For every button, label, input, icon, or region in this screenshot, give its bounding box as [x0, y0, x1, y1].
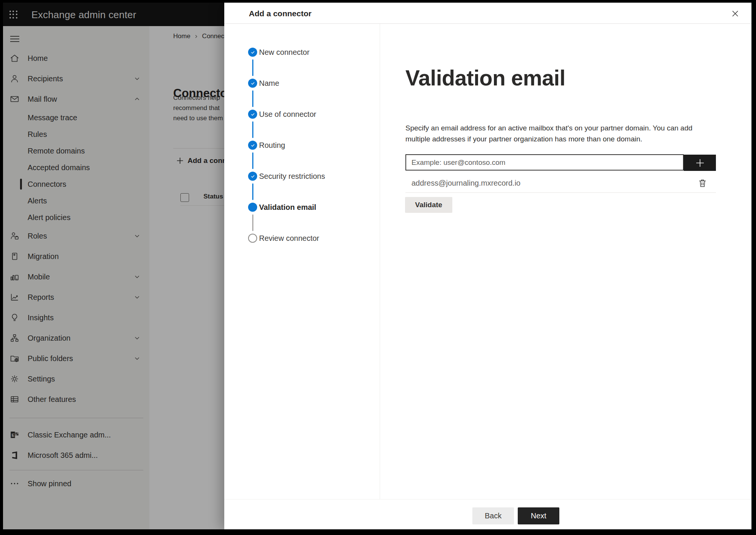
added-email-row: address@journaling.mxrecord.io — [405, 174, 716, 193]
back-button[interactable]: Back — [472, 507, 514, 524]
close-icon — [731, 10, 739, 17]
text-line: multiple addresses if your partner organ… — [405, 133, 692, 144]
step-description: Specify an email address for an active m… — [405, 123, 692, 144]
email-input-row — [405, 154, 716, 171]
wizard-steps: New connectorNameUse of connectorRouting… — [224, 23, 380, 499]
step-check-icon — [248, 79, 257, 88]
step-check-icon — [248, 141, 257, 150]
footer-divider — [224, 499, 751, 499]
step-heading: Validation email — [405, 65, 565, 90]
step-label: Use of connector — [259, 110, 316, 119]
wizard-step-use-of-connector[interactable]: Use of connector — [224, 99, 380, 130]
step-check-icon — [248, 110, 257, 119]
close-button[interactable] — [727, 6, 743, 22]
step-label: Name — [259, 79, 279, 88]
wizard-step-review-connector[interactable]: Review connector — [224, 223, 380, 254]
trash-icon — [699, 179, 706, 188]
exchange-admin-app: Exchange admin center HomeRecipientsMail… — [3, 3, 751, 529]
plus-icon — [695, 158, 705, 168]
steps-divider — [380, 24, 380, 499]
validate-button[interactable]: Validate — [405, 197, 452, 213]
wizard-step-security-restrictions[interactable]: Security restrictions — [224, 161, 380, 192]
screen-frame: Exchange admin center HomeRecipientsMail… — [0, 0, 756, 535]
step-check-icon — [248, 48, 257, 57]
step-check-icon — [248, 172, 257, 181]
validation-email-input[interactable] — [405, 154, 684, 171]
add-connector-panel: Add a connector New connectorNameUse of … — [224, 3, 751, 529]
step-current-icon — [248, 203, 257, 212]
delete-email-button[interactable] — [697, 177, 708, 189]
step-label: Review connector — [259, 234, 319, 243]
wizard-step-routing[interactable]: Routing — [224, 130, 380, 161]
step-todo-icon — [248, 234, 257, 243]
step-label: Routing — [259, 141, 285, 150]
text-line: Specify an email address for an active m… — [405, 123, 692, 133]
wizard-step-name[interactable]: Name — [224, 68, 380, 99]
step-label: New connector — [259, 48, 309, 57]
panel-title: Add a connector — [249, 9, 312, 18]
wizard-step-new-connector[interactable]: New connector — [224, 37, 380, 68]
added-email-address: address@journaling.mxrecord.io — [411, 179, 520, 188]
next-button[interactable]: Next — [518, 507, 559, 524]
step-label: Validation email — [259, 203, 316, 212]
add-email-button[interactable] — [684, 155, 716, 171]
wizard-step-validation-email[interactable]: Validation email — [224, 192, 380, 223]
step-label: Security restrictions — [259, 172, 325, 181]
